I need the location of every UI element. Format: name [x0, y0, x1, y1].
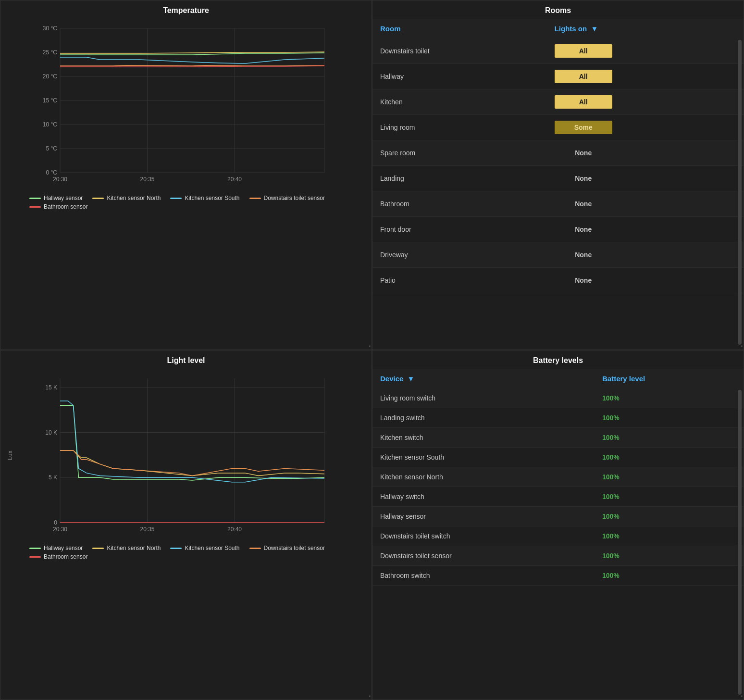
battery-scrollbar[interactable] [738, 390, 742, 695]
col-device-header[interactable]: Device ▼ [372, 369, 595, 388]
battery-row: Landing switch100% [372, 408, 744, 428]
rooms-row: LandingNone [372, 166, 744, 191]
lights-badge[interactable]: All [555, 95, 612, 109]
rooms-row: HallwayAll [372, 64, 744, 89]
device-name-cell: Downstairs toilet switch [372, 526, 595, 546]
light-panel: Light level Lux Hallway sensor Kitchen s… [0, 350, 372, 700]
battery-row: Kitchen sensor South100% [372, 448, 744, 467]
temperature-legend: Hallway sensor Kitchen sensor North Kitc… [0, 192, 372, 215]
room-name-cell: Hallway [372, 64, 547, 89]
rooms-row: Downstairs toiletAll [372, 38, 744, 64]
rooms-scrollbar[interactable] [738, 40, 742, 345]
battery-level-cell: 100% [595, 507, 744, 526]
battery-row: Hallway sensor100% [372, 507, 744, 526]
room-lights-cell: All [547, 89, 744, 115]
col-battery-header[interactable]: Battery level [595, 369, 744, 388]
battery-level-cell: 100% [595, 428, 744, 448]
lux-label: Lux [7, 450, 13, 460]
legend-kitchen-south-label: Kitchen sensor South [185, 195, 239, 201]
legend-downstairs-line [249, 198, 261, 199]
col-room-label: Room [380, 25, 401, 33]
battery-panel: Battery levels Device ▼ Battery level [372, 350, 744, 700]
main-grid: Temperature Hallway sensor Kitchen senso… [0, 0, 744, 700]
light-legend-toilet-label: Downstairs toilet sensor [264, 545, 325, 551]
lights-badge[interactable]: All [555, 70, 612, 83]
legend-hallway-sensor-line [29, 198, 41, 199]
battery-level-cell: 100% [595, 467, 744, 487]
battery-level-cell: 100% [595, 546, 744, 566]
light-legend-kitchen-north: Kitchen sensor North [92, 545, 161, 551]
device-name-cell: Kitchen sensor North [372, 467, 595, 487]
lights-badge[interactable]: None [555, 172, 612, 185]
rooms-row: BathroomNone [372, 191, 744, 217]
rooms-panel: Rooms Room Lights on ▼ Downsta [372, 0, 744, 350]
battery-level-cell: 100% [595, 487, 744, 507]
light-legend: Hallway sensor Kitchen sensor North Kitc… [0, 542, 372, 565]
legend-bathroom: Bathroom sensor [29, 203, 87, 210]
light-legend-hallway-label: Hallway sensor [44, 545, 83, 551]
lights-badge[interactable]: All [555, 44, 612, 58]
temperature-panel: Temperature Hallway sensor Kitchen senso… [0, 0, 372, 350]
battery-row: Bathroom switch100% [372, 566, 744, 586]
col-device-sort-icon: ▼ [408, 375, 415, 383]
legend-hallway-sensor: Hallway sensor [29, 195, 83, 201]
lights-badge[interactable]: None [555, 146, 612, 160]
device-name-cell: Downstairs toilet sensor [372, 546, 595, 566]
room-name-cell: Bathroom [372, 191, 547, 217]
light-legend-bathroom-label: Bathroom sensor [44, 553, 87, 560]
col-lights-sort-icon: ▼ [591, 25, 598, 33]
light-legend-hallway-line [29, 548, 41, 549]
device-name-cell: Hallway switch [372, 487, 595, 507]
battery-table-wrapper: Device ▼ Battery level Living room switc… [372, 369, 744, 700]
lights-badge[interactable]: None [555, 223, 612, 236]
battery-row: Kitchen sensor North100% [372, 467, 744, 487]
light-legend-kitchen-north-label: Kitchen sensor North [107, 545, 161, 551]
legend-downstairs-toilet: Downstairs toilet sensor [249, 195, 325, 201]
col-lights-header[interactable]: Lights on ▼ [547, 19, 744, 38]
lights-badge[interactable]: Some [555, 121, 612, 134]
col-room-header[interactable]: Room [372, 19, 547, 38]
temperature-title: Temperature [0, 0, 372, 19]
battery-level-cell: 100% [595, 408, 744, 428]
light-legend-hallway: Hallway sensor [29, 545, 83, 551]
lights-badge[interactable]: None [555, 274, 612, 287]
lights-badge[interactable]: None [555, 248, 612, 262]
light-corner: ▪ [369, 693, 371, 699]
legend-bathroom-label: Bathroom sensor [44, 203, 87, 210]
room-lights-cell: None [547, 140, 744, 166]
room-name-cell: Living room [372, 115, 547, 140]
light-legend-toilet-line [249, 548, 261, 549]
device-name-cell: Kitchen sensor South [372, 448, 595, 467]
battery-level-cell: 100% [595, 448, 744, 467]
rooms-title: Rooms [372, 0, 744, 19]
room-name-cell: Patio [372, 268, 547, 293]
rooms-row: KitchenAll [372, 89, 744, 115]
battery-row: Downstairs toilet switch100% [372, 526, 744, 546]
rooms-row: Spare roomNone [372, 140, 744, 166]
device-name-cell: Bathroom switch [372, 566, 595, 586]
room-name-cell: Downstairs toilet [372, 38, 547, 64]
light-legend-kitchen-south: Kitchen sensor South [170, 545, 239, 551]
device-name-cell: Living room switch [372, 388, 595, 408]
legend-hallway-sensor-label: Hallway sensor [44, 195, 83, 201]
rooms-row: Living roomSome [372, 115, 744, 140]
battery-row: Downstairs toilet sensor100% [372, 546, 744, 566]
rooms-tbody: Downstairs toiletAllHallwayAllKitchenAll… [372, 38, 744, 293]
room-lights-cell: None [547, 166, 744, 191]
room-lights-cell: All [547, 38, 744, 64]
rooms-table-wrapper: Room Lights on ▼ Downstairs toiletAllHal… [372, 19, 744, 350]
legend-bathroom-line [29, 206, 41, 208]
temperature-canvas [31, 19, 334, 192]
device-name-cell: Hallway sensor [372, 507, 595, 526]
room-lights-cell: Some [547, 115, 744, 140]
light-legend-bathroom: Bathroom sensor [29, 553, 87, 560]
room-lights-cell: All [547, 64, 744, 89]
room-name-cell: Landing [372, 166, 547, 191]
rooms-row: Front doorNone [372, 217, 744, 242]
lights-badge[interactable]: None [555, 197, 612, 211]
light-legend-kitchen-south-label: Kitchen sensor South [185, 545, 239, 551]
col-lights-label: Lights on [555, 25, 587, 33]
battery-title: Battery levels [372, 350, 744, 369]
light-title: Light level [0, 350, 372, 369]
room-lights-cell: None [547, 191, 744, 217]
